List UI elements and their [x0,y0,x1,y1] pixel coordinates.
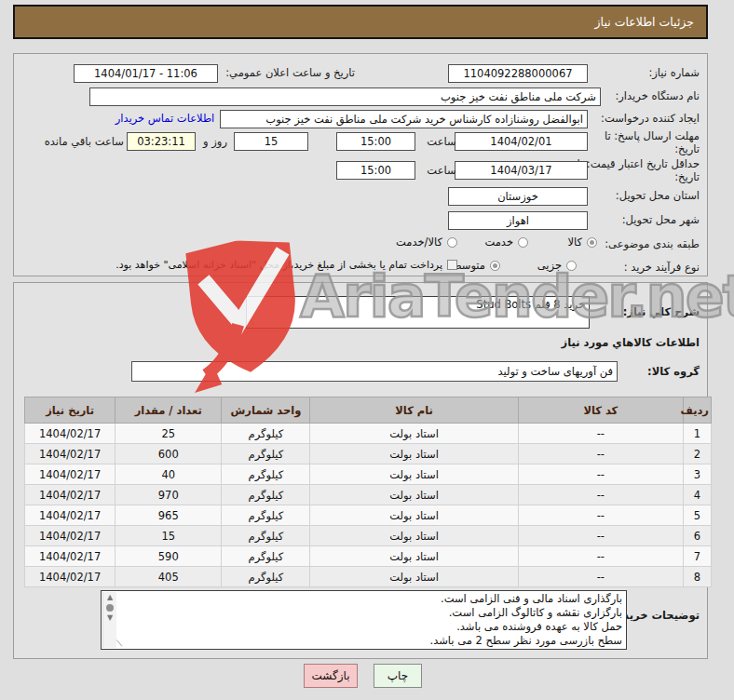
subject-option-service[interactable]: خدمت [484,236,528,249]
cell-rownum: 3 [683,464,711,485]
goods-group-label: گروه کالا: [647,365,700,378]
cell-name: استاد بولت [310,505,518,526]
table-row: 5 -- استاد بولت کیلوگرم 965 1404/02/17 [25,505,712,526]
process-option-medium[interactable]: متوسط [452,259,500,272]
page-title: جزئیات اطلاعات نیاز [595,15,694,29]
cell-rownum: 5 [683,505,711,526]
radio-goods-service-icon[interactable] [447,237,457,248]
cell-qty: 970 [116,485,222,505]
deadline-days-field[interactable]: 15 [234,132,308,151]
deadline-countdown-field: 03:23:11 [127,132,196,151]
cell-unit: کیلوگرم [222,526,310,546]
cell-rownum: 2 [683,444,711,464]
resize-handle-icon[interactable]: ⟍ [249,317,254,328]
radio-minor-label: جزیی [537,259,562,272]
treasury-checkbox-icon[interactable] [447,260,457,270]
print-button[interactable]: چاپ [374,664,422,688]
subject-option-goods-service[interactable]: کالا/خدمت [396,236,457,249]
buyer-contact-link[interactable]: اطلاعات تماس خریدار [113,112,217,125]
back-button[interactable]: بازگشت [304,664,358,688]
cell-name: استاد بولت [310,485,518,505]
radio-goods-service-label: کالا/خدمت [396,236,442,249]
goods-info-panel: شرح كلي نياز: خرید 8 قلم Stud Bolts ⟍ اط… [13,282,708,659]
notes-scrollbar[interactable]: ▲ ▼ [102,592,116,648]
province-field[interactable]: خوزستان [448,187,588,206]
cell-code: -- [518,485,683,505]
radio-service-icon[interactable] [518,237,528,248]
buyer-org-field[interactable]: شرکت ملی مناطق نفت خیز جنوب [89,88,601,106]
process-option-minor[interactable]: جزیی [537,259,577,272]
goods-section-header: اطلاعات كالاهاي مورد نياز [562,336,700,349]
buyer-notes-line: سطح بازرسی مورد نظر سطح 2 می باشد. [118,634,622,648]
deadline-time-field[interactable]: 15:00 [336,132,415,151]
resize-handle-icon[interactable]: ⟍ [116,639,122,649]
radio-goods-label: کالا [567,236,582,249]
cell-code: -- [518,464,683,485]
table-row: 1 -- استاد بولت کیلوگرم 25 1404/02/17 [25,424,712,444]
buyer-org-label: نام دستگاه خریدار: [615,89,700,102]
goods-table: ردیف کد کالا نام کالا واحد شمارش تعداد /… [24,397,712,587]
cell-unit: کیلوگرم [222,485,310,505]
cell-unit: کیلوگرم [222,464,310,485]
cell-date: 1404/02/17 [25,546,116,567]
goods-group-field[interactable]: فن آوریهای ساخت و تولید [131,361,618,382]
cell-qty: 965 [116,505,222,526]
city-field[interactable]: اهواز [448,211,588,230]
scroll-up-icon[interactable]: ▲ [107,594,113,601]
buyer-notes-textarea[interactable]: بارگذاری اسناد مالی و فنی الزامی است. با… [101,590,627,650]
cell-qty: 600 [116,444,222,464]
cell-code: -- [518,546,683,567]
scroll-down-icon[interactable]: ▼ [107,614,113,622]
cell-unit: کیلوگرم [222,567,310,587]
price-validity-hour-label: ساعت [422,164,461,177]
radio-minor-icon[interactable] [566,261,577,271]
cell-rownum: 1 [683,424,711,444]
cell-unit: کیلوگرم [222,546,310,567]
treasury-payment-option[interactable]: پرداخت تمام یا بخشی از مبلغ خرید،از محل … [116,259,457,271]
radio-medium-icon[interactable] [490,261,500,271]
cell-date: 1404/02/17 [25,526,116,546]
cell-rownum: 8 [683,567,711,587]
announce-datetime-field[interactable]: 1404/01/17 - 11:06 [74,64,218,83]
table-row: 8 -- استاد بولت کیلوگرم 405 1404/02/17 [25,567,712,587]
cell-date: 1404/02/17 [25,444,116,464]
cell-rownum: 4 [683,485,711,505]
treasury-checkbox-label: پرداخت تمام یا بخشی از مبلغ خرید،از محل … [116,259,442,271]
buyer-notes-line: حمل کالا به عهده فروشنده می باشد. [118,620,622,634]
table-row: 3 -- استاد بولت کیلوگرم 40 1404/02/17 [25,464,712,485]
need-description-label: شرح كلي نياز: [623,305,700,318]
cell-rownum: 6 [683,526,711,546]
col-header-name: نام کالا [310,397,518,424]
cell-qty: 405 [116,567,222,587]
radio-goods-icon[interactable] [587,237,597,248]
cell-code: -- [518,444,683,464]
need-description-textarea[interactable]: خرید 8 قلم Stud Bolts ⟍ [246,296,590,329]
deadline-date-field[interactable]: 1404/02/01 [455,132,588,151]
need-number-field[interactable]: 1104092288000067 [448,64,588,83]
table-row: 7 -- استاد بولت کیلوگرم 590 1404/02/17 [25,546,712,567]
col-header-row: ردیف [683,397,711,424]
cell-name: استاد بولت [310,464,518,485]
cell-code: -- [518,567,683,587]
cell-unit: کیلوگرم [222,444,310,464]
cell-date: 1404/02/17 [25,505,116,526]
table-row: 2 -- استاد بولت کیلوگرم 600 1404/02/17 [25,444,712,464]
subject-option-goods[interactable]: کالا [567,236,597,249]
cell-unit: کیلوگرم [222,505,310,526]
creator-label: ایجاد کننده درخواست: [601,112,700,125]
cell-name: استاد بولت [310,526,518,546]
cell-code: -- [518,526,683,546]
need-number-label: شماره نیاز: [648,66,700,79]
cell-qty: 25 [116,424,222,444]
radio-service-label: خدمت [484,236,513,249]
creator-field[interactable]: ابوالفضل روشنازاده کارشناس خرید شرکت ملی… [220,110,588,128]
cell-name: استاد بولت [310,444,518,464]
cell-date: 1404/02/17 [25,485,116,505]
deadline-remaining-label: ساعت باقي مانده [21,135,124,148]
price-validity-time-field[interactable]: 15:00 [336,161,415,180]
need-details-page: { "title_bar": { "title": "جزئیات اطلاعا… [0,0,734,700]
table-row: 6 -- استاد بولت کیلوگرم 15 1404/02/17 [25,526,712,546]
scroll-thumb[interactable] [106,604,114,612]
price-validity-date-field[interactable]: 1404/03/17 [455,161,588,180]
col-header-unit: واحد شمارش [222,397,310,424]
